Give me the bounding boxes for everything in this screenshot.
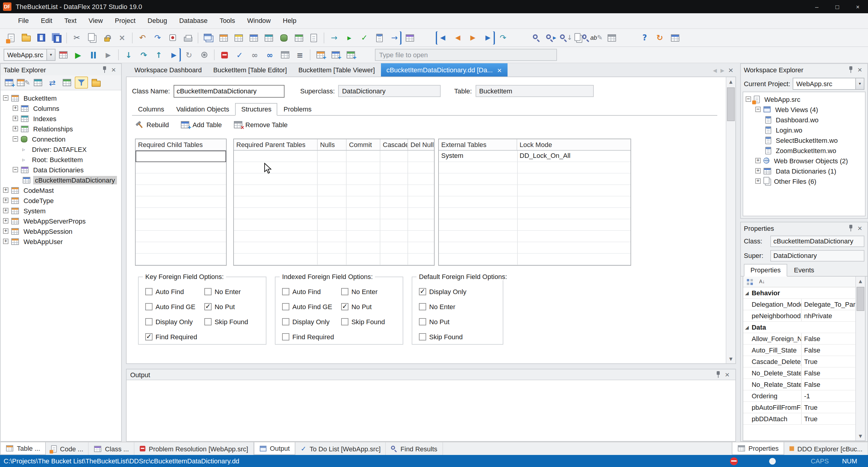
compile-workspace-icon[interactable] [56, 48, 70, 61]
data-grid-icon[interactable] [292, 31, 306, 44]
call-stack-icon[interactable] [278, 48, 292, 61]
copy-icon[interactable] [85, 31, 99, 44]
property-value[interactable]: False [801, 368, 855, 378]
check-updates-icon[interactable] [653, 31, 667, 44]
tab-output[interactable]: Output [253, 442, 295, 455]
close-button[interactable]: × [847, 0, 868, 13]
sort-alphabetical-icon[interactable]: A↓ [757, 278, 767, 286]
tree-item-codetype[interactable]: CodeType [1, 195, 121, 206]
toggle-breakpoint-icon[interactable] [218, 48, 231, 61]
options-grid-icon[interactable] [668, 31, 682, 44]
cut-icon[interactable] [70, 31, 84, 44]
find-in-files-icon[interactable] [575, 31, 588, 44]
no-enter-checkbox[interactable]: No Enter [341, 287, 398, 296]
property-value[interactable]: False [801, 345, 855, 355]
pin-icon[interactable] [846, 224, 855, 232]
tab-table-explorer[interactable]: Table ... [0, 442, 45, 455]
scroll-up-icon[interactable] [726, 77, 735, 86]
display-only-checkbox[interactable]: Display Only [419, 287, 479, 296]
tree-item-relationships[interactable]: Relationships [1, 124, 121, 134]
tree-item-bucketitem[interactable]: BucketItem [1, 93, 121, 103]
edit-table-icon[interactable] [17, 76, 30, 89]
horizontal-splitter[interactable] [126, 364, 736, 369]
tab-bucketitem-table-viewer[interactable]: BucketItem [Table Viewer] [293, 63, 380, 76]
property-row[interactable]: pbAutoFillFromFi True [743, 402, 855, 413]
tree-item-webapp-src[interactable]: WebApp.src [743, 94, 865, 104]
new-table-icon[interactable] [2, 76, 16, 89]
filter-tables-icon[interactable] [75, 76, 88, 89]
property-category-behavior[interactable]: Behavior [743, 287, 855, 299]
grid-body[interactable]: System DD_Lock_On_All [439, 151, 630, 265]
tree-item-data-dictionaries-group[interactable]: Data Dictionaries (1) [743, 166, 865, 176]
report-icon[interactable] [307, 31, 321, 44]
find-required-checkbox[interactable]: Find Required [282, 333, 341, 341]
tab-bucketitem-table-editor[interactable]: BucketItem [Table Editor] [208, 63, 292, 76]
run-to-cursor-icon[interactable] [167, 48, 181, 61]
menu-debug[interactable]: Debug [142, 13, 173, 28]
panel-gutter[interactable] [736, 63, 740, 442]
collapse-icon[interactable] [3, 95, 8, 101]
database-builder-icon[interactable] [277, 31, 290, 44]
skip-found-checkbox[interactable]: Skip Found [204, 317, 261, 326]
property-row[interactable]: pbDDAttach True [743, 413, 855, 425]
property-row[interactable]: peNeighborhood nhPrivate [743, 310, 855, 322]
required-parent-tables-grid[interactable]: Required Parent Tables Nulls Commit Casc… [233, 138, 435, 266]
maximize-button[interactable]: □ [827, 0, 847, 13]
menu-view[interactable]: View [83, 13, 109, 28]
menu-window[interactable]: Window [241, 13, 277, 28]
run-icon[interactable] [71, 48, 85, 61]
class-name-input[interactable] [174, 85, 284, 97]
select-columns-icon[interactable] [60, 76, 73, 89]
menu-tools[interactable]: Tools [214, 13, 241, 28]
editor-vertical-scrollbar[interactable] [726, 77, 735, 363]
no-put-checkbox[interactable]: No Put [204, 303, 261, 311]
tab-properties-panel[interactable]: Properties [732, 442, 784, 455]
tree-item-webappserverprops[interactable]: WebAppServerProps [1, 216, 121, 226]
tab-todo-list[interactable]: To Do List [WebApp.src] [295, 442, 386, 455]
thread-list-icon[interactable] [293, 48, 307, 61]
bookmark-icon[interactable] [604, 31, 618, 44]
syntax-check-icon[interactable] [358, 31, 371, 44]
tab-scroll-right-icon[interactable] [720, 66, 724, 74]
replace-icon[interactable]: ab [590, 31, 603, 44]
watch-window-icon[interactable] [248, 48, 261, 61]
expand-icon[interactable] [3, 239, 8, 244]
tree-item-codemast[interactable]: CodeMast [1, 185, 121, 195]
property-value[interactable]: False [801, 333, 855, 344]
tab-events[interactable]: Events [787, 264, 821, 277]
properties-vertical-scrollbar[interactable] [855, 277, 865, 440]
tab-code-explorer[interactable]: Code ... [45, 442, 89, 455]
scroll-up-icon[interactable] [856, 277, 865, 286]
save-icon[interactable] [34, 31, 48, 44]
expand-icon[interactable] [3, 208, 8, 213]
record-macro-icon[interactable] [166, 31, 180, 44]
skip-found-checkbox[interactable]: Skip Found [419, 333, 479, 341]
tree-item-web-views[interactable]: Web Views (4) [743, 104, 865, 115]
property-row[interactable]: Auto_Fill_State False [743, 345, 855, 356]
scroll-down-icon[interactable] [726, 354, 735, 363]
tab-validation-objects[interactable]: Validation Objects [170, 103, 236, 116]
auto-find-ge-checkbox[interactable]: Auto Find GE [145, 303, 204, 311]
panel-gutter[interactable] [122, 63, 126, 442]
print-icon[interactable] [181, 31, 195, 44]
goto-definition-icon[interactable] [327, 31, 341, 44]
tree-item-login-wo[interactable]: Login.wo [743, 125, 865, 135]
find-next-icon[interactable] [544, 31, 558, 44]
error-status-icon[interactable] [730, 457, 738, 465]
focused-cell[interactable] [135, 151, 226, 162]
expand-icon[interactable] [755, 178, 761, 184]
rebuild-button[interactable]: Rebuild [135, 121, 169, 129]
locals-window-icon[interactable] [263, 48, 277, 61]
menu-database[interactable]: Database [173, 13, 213, 28]
save-all-icon[interactable] [50, 31, 63, 44]
expand-icon[interactable] [3, 228, 8, 234]
auto-find-checkbox[interactable]: Auto Find [282, 287, 341, 296]
grid-body[interactable] [135, 151, 226, 265]
tab-structures[interactable]: Structures [236, 103, 278, 116]
sql-editor-icon[interactable] [261, 31, 276, 44]
property-row[interactable]: Ordering -1 [743, 391, 855, 402]
menu-help[interactable]: Help [277, 13, 302, 28]
current-project-combo[interactable]: WebApp.src ▾ [793, 77, 864, 90]
property-value[interactable]: True [801, 356, 855, 367]
step-over-icon[interactable] [137, 48, 151, 61]
